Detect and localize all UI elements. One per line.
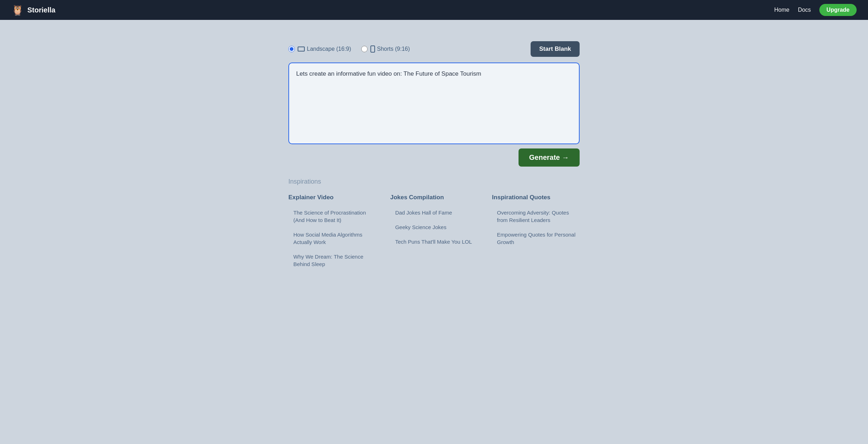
list-item[interactable]: Why We Dream: The Science Behind Sleep <box>288 250 376 271</box>
phone-icon <box>370 45 375 53</box>
format-radio-group: Landscape (16:9) Shorts (9:16) <box>288 45 410 53</box>
list-item[interactable]: Overcoming Adversity: Quotes from Resili… <box>492 206 580 227</box>
home-link[interactable]: Home <box>774 7 790 13</box>
landscape-label: Landscape (16:9) <box>298 46 351 52</box>
list-item[interactable]: Empowering Quotes for Personal Growth <box>492 228 580 249</box>
list-item[interactable]: How Social Media Algorithms Actually Wor… <box>288 228 376 249</box>
owl-icon: 🦉 <box>11 4 24 16</box>
list-item[interactable]: Dad Jokes Hall of Fame <box>390 206 478 219</box>
upgrade-button[interactable]: Upgrade <box>819 4 857 16</box>
list-item[interactable]: The Science of Procrastination (And How … <box>288 206 376 227</box>
navbar: 🦉 Storiella Home Docs Upgrade <box>0 0 868 20</box>
brand: 🦉 Storiella <box>11 4 55 16</box>
landscape-icon <box>298 47 305 52</box>
shorts-radio[interactable] <box>361 46 368 52</box>
shorts-option[interactable]: Shorts (9:16) <box>361 45 410 53</box>
controls-row: Landscape (16:9) Shorts (9:16) Start Bla… <box>288 41 580 57</box>
navbar-links: Home Docs Upgrade <box>774 4 857 16</box>
generate-button[interactable]: Generate → <box>519 148 580 167</box>
landscape-option[interactable]: Landscape (16:9) <box>288 46 351 52</box>
shorts-label: Shorts (9:16) <box>370 45 410 53</box>
explainer-video-column: Explainer Video The Science of Procrasti… <box>288 194 376 271</box>
generate-row: Generate → <box>288 148 580 167</box>
prompt-textarea[interactable] <box>288 63 580 144</box>
start-blank-button[interactable]: Start Blank <box>531 41 580 57</box>
explainer-video-title: Explainer Video <box>288 194 376 201</box>
list-item[interactable]: Geeky Science Jokes <box>390 221 478 234</box>
inspirational-quotes-column: Inspirational Quotes Overcoming Adversit… <box>492 194 580 271</box>
inspirations-title: Inspirations <box>288 178 580 185</box>
list-item[interactable]: Tech Puns That'll Make You LOL <box>390 235 478 248</box>
main-content: Landscape (16:9) Shorts (9:16) Start Bla… <box>0 20 868 285</box>
brand-name: Storiella <box>27 6 55 14</box>
docs-link[interactable]: Docs <box>798 7 811 13</box>
inspiration-columns: Explainer Video The Science of Procrasti… <box>288 194 580 271</box>
landscape-radio[interactable] <box>288 46 295 52</box>
inspirational-quotes-title: Inspirational Quotes <box>492 194 580 201</box>
jokes-compilation-title: Jokes Compilation <box>390 194 478 201</box>
jokes-compilation-column: Jokes Compilation Dad Jokes Hall of Fame… <box>390 194 478 271</box>
inspirations-section: Inspirations Explainer Video The Science… <box>288 178 580 271</box>
